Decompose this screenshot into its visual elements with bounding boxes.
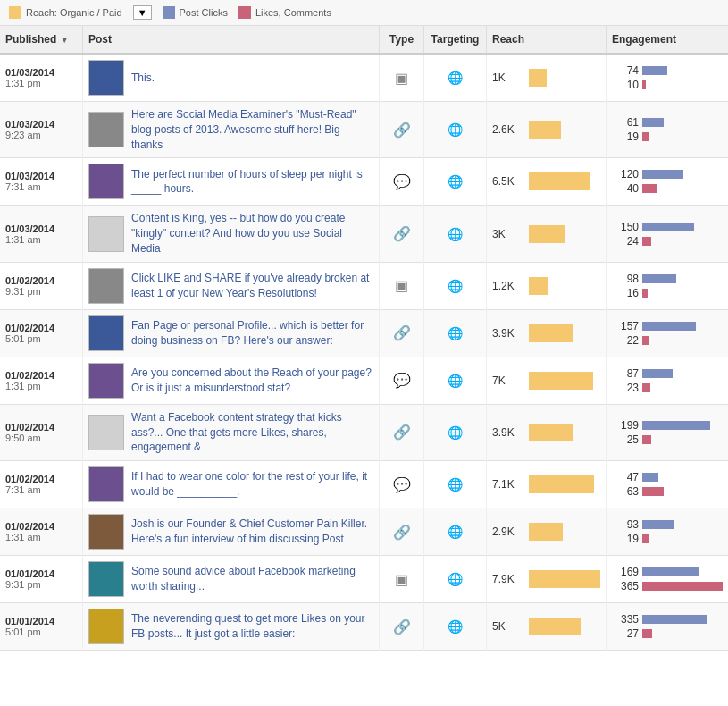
time-value: 5:01 pm <box>5 626 77 637</box>
reach-cell: 3K <box>487 206 607 262</box>
post-thumbnail <box>88 363 124 399</box>
clicks-bar <box>642 473 658 482</box>
likes-row: 25 <box>612 433 723 446</box>
targeting-icon: 🌐 <box>448 425 463 440</box>
reach-value: 7K <box>492 374 523 387</box>
type-cell: 💬 <box>380 158 424 206</box>
date-value: 01/02/2014 <box>5 474 77 484</box>
clicks-row: 87 <box>612 367 723 380</box>
post-text[interactable]: Fan Page or personal Profile... which is… <box>131 318 373 349</box>
clicks-bar <box>642 66 667 75</box>
post-text[interactable]: Want a Facebook content strategy that ki… <box>131 410 373 455</box>
likes-row: 19 <box>612 130 723 143</box>
post-text[interactable]: If I had to wear one color for the rest … <box>131 469 373 500</box>
legend-dropdown-button[interactable]: ▼ <box>133 5 152 20</box>
table-row: 01/03/20149:23 amHere are Social Media E… <box>0 102 728 158</box>
clicks-bar <box>642 567 699 576</box>
post-text[interactable]: The neverending quest to get more Likes … <box>131 611 373 642</box>
engagement-cell: 74 10 <box>607 54 729 102</box>
clicks-bar <box>642 322 696 331</box>
reach-bar-container <box>529 69 600 87</box>
reach-bar-container <box>529 424 600 441</box>
likes-bar <box>642 629 652 638</box>
targeting-cell: 🌐 <box>424 508 487 556</box>
time-value: 1:31 am <box>5 532 77 542</box>
clicks-row: 98 <box>612 273 723 285</box>
post-text[interactable]: Some sound advice about Facebook marketi… <box>131 564 373 594</box>
post-text[interactable]: Are you concerned about the Reach of you… <box>131 366 373 396</box>
likes-bar <box>642 534 649 543</box>
targeting-icon: 🌐 <box>448 71 463 85</box>
post-cell: Are you concerned about the Reach of you… <box>83 357 380 404</box>
clicks-value: 169 <box>612 566 639 578</box>
targeting-cell: 🌐 <box>424 357 487 404</box>
legend-post-clicks: Post Clicks <box>163 6 228 19</box>
reach-bar <box>529 523 563 541</box>
clicks-value: 93 <box>612 518 639 531</box>
targeting-cell: 🌐 <box>424 158 487 206</box>
reach-value: 1.2K <box>492 280 523 292</box>
likes-bar <box>642 237 651 246</box>
likes-row: 10 <box>612 79 723 91</box>
likes-value: 10 <box>612 79 639 91</box>
post-text[interactable]: This. <box>131 71 155 86</box>
col-post: Post <box>83 26 380 54</box>
clicks-value: 120 <box>612 168 639 181</box>
post-text[interactable]: The perfect number of hours of sleep per… <box>131 167 373 198</box>
targeting-cell: 🌐 <box>424 461 487 508</box>
table-row: 01/01/20149:31 pmSome sound advice about… <box>0 556 728 603</box>
post-thumbnail <box>88 466 124 502</box>
organic-swatch <box>9 6 21 19</box>
clicks-bar <box>642 369 673 378</box>
post-cell: Want a Facebook content strategy that ki… <box>83 404 380 460</box>
time-value: 7:31 am <box>5 484 77 495</box>
likes-row: 19 <box>612 533 723 545</box>
clicks-value: 199 <box>612 419 639 432</box>
date-value: 01/03/2014 <box>5 119 77 130</box>
date-cell: 01/01/20149:31 pm <box>0 556 83 603</box>
post-text[interactable]: Click LIKE and SHARE if you've already b… <box>131 271 373 301</box>
reach-bar-container <box>529 475 600 493</box>
likes-row: 63 <box>612 485 723 498</box>
reach-bar <box>529 121 561 139</box>
clicks-value: 157 <box>612 320 639 332</box>
likes-bar <box>642 383 650 392</box>
post-text[interactable]: Josh is our Founder & Chief Customer Pai… <box>131 517 373 547</box>
reach-bar <box>529 225 565 243</box>
type-cell: 🔗 <box>380 206 424 262</box>
clicks-value: 87 <box>612 367 639 380</box>
clicks-bar <box>642 615 707 624</box>
targeting-cell: 🌐 <box>424 54 487 102</box>
table-row: 01/03/20147:31 amThe perfect number of h… <box>0 158 728 206</box>
date-cell: 01/02/20141:31 pm <box>0 357 83 404</box>
legend-likes: Likes, Comments <box>238 6 331 19</box>
col-published[interactable]: Published ▼ <box>0 26 83 54</box>
type-icon: 💬 <box>393 174 411 189</box>
targeting-icon: 🌐 <box>448 122 463 137</box>
date-value: 01/01/2014 <box>5 616 77 626</box>
post-text[interactable]: Content is King, yes -- but how do you c… <box>131 211 373 256</box>
post-text[interactable]: Here are Social Media Examiner's "Must-R… <box>131 107 373 152</box>
reach-bar-container <box>529 225 600 243</box>
reach-value: 1K <box>492 71 523 84</box>
engagement-cell: 169 365 <box>607 556 729 603</box>
table-row: 01/02/20141:31 pmAre you concerned about… <box>0 357 728 404</box>
likes-bar <box>642 582 723 591</box>
clicks-value: 74 <box>612 64 639 77</box>
date-value: 01/02/2014 <box>5 323 77 333</box>
table-row: 01/02/20141:31 amJosh is our Founder & C… <box>0 508 728 556</box>
post-thumbnail <box>88 216 124 252</box>
reach-bar <box>529 424 573 441</box>
date-value: 01/03/2014 <box>5 171 77 181</box>
type-icon: 🔗 <box>393 424 411 440</box>
reach-value: 3K <box>492 228 523 240</box>
post-thumbnail <box>88 561 124 597</box>
post-cell: Click LIKE and SHARE if you've already b… <box>83 262 380 309</box>
clicks-row: 199 <box>612 419 723 432</box>
likes-value: 22 <box>612 334 639 347</box>
time-value: 5:01 pm <box>5 333 77 344</box>
post-thumbnail <box>88 415 124 450</box>
likes-value: 16 <box>612 287 639 299</box>
targeting-icon: 🌐 <box>448 227 463 241</box>
likes-bar <box>642 184 657 193</box>
